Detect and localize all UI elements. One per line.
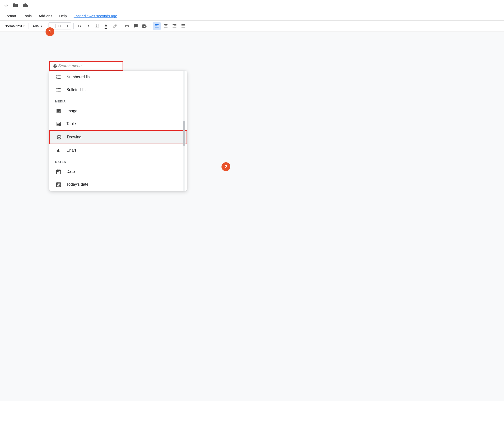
chart-item[interactable]: Chart (49, 144, 187, 157)
menu-bar: Format Tools Add-ons Help Last edit was … (0, 11, 504, 21)
text-style-label: Normal text (4, 24, 22, 28)
scrollbar[interactable] (183, 71, 185, 191)
folder-icon[interactable] (13, 2, 18, 9)
image-dropdown-icon: ▾ (146, 25, 147, 28)
menu-help[interactable]: Help (56, 13, 70, 19)
image-menu-icon (55, 108, 62, 115)
divider-1 (29, 23, 29, 29)
image-label: Image (66, 109, 77, 113)
table-label: Table (66, 122, 76, 126)
drawing-menu-icon (56, 134, 63, 141)
bold-button[interactable]: B (76, 22, 83, 30)
todays-date-item[interactable]: Today's date (49, 178, 187, 191)
align-left-button[interactable] (153, 22, 161, 30)
search-container: @ Search menu Numbered list (49, 61, 187, 191)
numbered-list-item[interactable]: Numbered list (49, 71, 187, 83)
annotation-badge-2: 2 (221, 162, 230, 171)
scrollbar-thumb[interactable] (183, 121, 185, 146)
dates-section-label: DATES (49, 157, 187, 165)
menu-tools[interactable]: Tools (20, 13, 35, 19)
search-placeholder: Search menu (58, 64, 81, 68)
font-selector[interactable]: Arial ▾ (31, 23, 44, 29)
menu-addons[interactable]: Add-ons (35, 13, 56, 19)
bulleted-list-icon (55, 86, 62, 93)
align-center-button[interactable] (162, 22, 170, 30)
align-justify-button[interactable] (179, 22, 187, 30)
chart-label: Chart (66, 148, 76, 153)
dropdown-menu: Numbered list Bulleted list MEDIA (49, 71, 187, 191)
link-button[interactable] (123, 22, 131, 30)
font-size-increase-button[interactable]: + (64, 23, 71, 30)
italic-button[interactable]: I (84, 22, 92, 30)
date-label: Date (66, 169, 75, 174)
star-icon[interactable]: ☆ (4, 3, 8, 9)
image-button[interactable]: ▾ (141, 22, 149, 30)
numbered-list-icon (55, 74, 62, 81)
font-size-input[interactable] (55, 24, 64, 28)
image-item[interactable]: Image (49, 105, 187, 117)
font-label: Arial (33, 24, 40, 28)
underline-button[interactable]: U (93, 22, 101, 30)
font-chevron-icon: ▾ (41, 24, 42, 28)
align-right-button[interactable] (171, 22, 178, 30)
numbered-list-label: Numbered list (66, 75, 91, 79)
todays-date-menu-icon (55, 181, 62, 188)
date-menu-icon (55, 168, 62, 175)
document-area: 1 @ Search menu Numbered list (0, 32, 504, 401)
menu-format[interactable]: Format (1, 13, 20, 19)
drawing-label: Drawing (67, 135, 81, 139)
search-box[interactable]: @ Search menu (49, 61, 123, 71)
font-color-label: A (105, 24, 107, 29)
cloud-icon[interactable] (23, 2, 28, 9)
toolbar: Normal text ▾ Arial ▾ − + B I U A ▾ (0, 21, 504, 32)
date-item[interactable]: Date (49, 165, 187, 178)
highlight-button[interactable] (111, 22, 119, 30)
todays-date-label: Today's date (66, 182, 88, 187)
table-menu-icon (55, 120, 62, 127)
font-color-button[interactable]: A (102, 22, 110, 30)
bulleted-list-label: Bulleted list (66, 88, 87, 92)
comment-button[interactable] (132, 22, 140, 30)
last-edit-status: Last edit was seconds ago (70, 13, 121, 19)
search-at-symbol: @ (53, 64, 57, 68)
annotation-badge-1: 1 (46, 27, 54, 36)
media-section-label: MEDIA (49, 96, 187, 105)
top-icon-bar: ☆ (0, 0, 504, 11)
drawing-item[interactable]: Drawing (49, 130, 187, 144)
chart-menu-icon (55, 147, 62, 154)
table-item[interactable]: Table (49, 117, 187, 130)
text-style-selector[interactable]: Normal text ▾ (2, 23, 27, 29)
text-style-chevron-icon: ▾ (23, 24, 25, 28)
divider-5 (151, 23, 151, 29)
divider-2 (46, 23, 46, 29)
bulleted-list-item[interactable]: Bulleted list (49, 83, 187, 96)
divider-3 (73, 23, 74, 29)
divider-4 (121, 23, 121, 29)
